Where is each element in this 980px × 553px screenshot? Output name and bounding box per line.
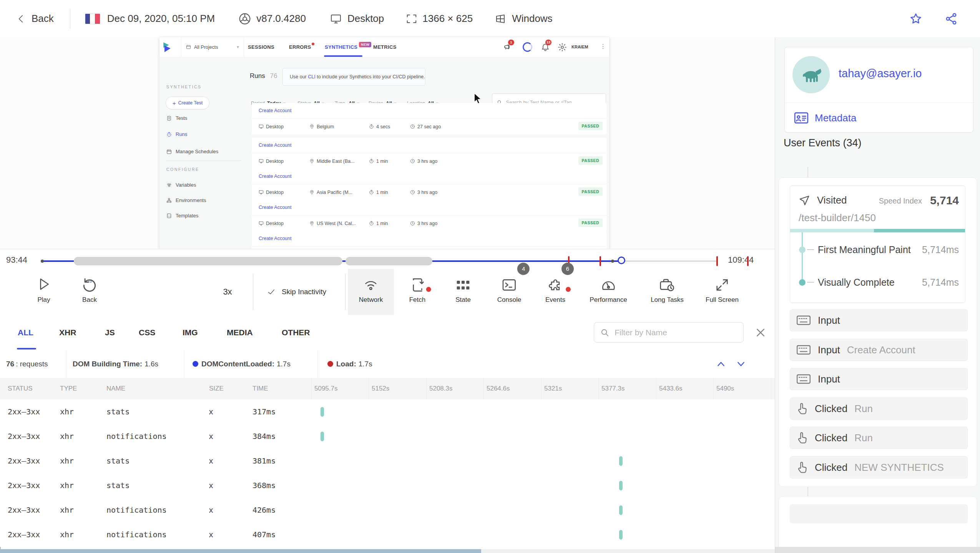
request-row[interactable]: 2xx–3xxxhr statsx 381ms xyxy=(0,449,775,473)
user-email-link[interactable]: tahay@asayer.io xyxy=(839,67,922,80)
waterfall-lane xyxy=(311,399,771,424)
run-card[interactable]: Create Account Desktop US West (N. Cal..… xyxy=(252,200,606,231)
tab-metrics[interactable]: METRICS xyxy=(373,37,397,57)
create-test-button[interactable]: + Create Test xyxy=(166,96,209,109)
sidebar-item-environments[interactable]: Environments xyxy=(166,197,206,203)
speed-index-value: 5,714 xyxy=(930,194,959,207)
request-row[interactable]: 2xx–3xxxhr statsx 317ms xyxy=(0,399,775,424)
fullscreen-button[interactable]: Full Screen xyxy=(706,269,739,315)
sidebar-item-variables[interactable]: Variables xyxy=(166,182,196,188)
session-country-flag: Dec 09, 2020, 05:10 PM xyxy=(85,13,215,25)
announcements-button[interactable]: 1 xyxy=(503,42,513,51)
jump-next-icon[interactable] xyxy=(736,359,746,369)
tab-errors[interactable]: ERRORS xyxy=(289,37,314,57)
run-name-link[interactable]: Create Account xyxy=(252,200,606,215)
metric-connector-line xyxy=(802,232,803,283)
skip-inactivity-toggle[interactable]: Skip Inactivity xyxy=(267,269,326,315)
divider xyxy=(66,350,67,378)
event-marker xyxy=(41,260,44,263)
event-row-clicked[interactable]: ClickedRun xyxy=(790,427,968,449)
run-name-link[interactable]: Create Account xyxy=(252,231,606,247)
sidebar-item-tests[interactable]: Tests xyxy=(166,115,187,121)
metadata-button[interactable]: Metadata xyxy=(794,112,856,124)
tab-all[interactable]: ALL xyxy=(18,315,33,350)
state-grid-icon xyxy=(455,279,471,293)
project-selector-label: All Projects xyxy=(194,45,218,50)
panel-long-tasks-button[interactable]: Long Tasks xyxy=(651,269,684,315)
playhead[interactable] xyxy=(618,257,625,264)
event-row-input[interactable]: InputCreate Account xyxy=(790,339,968,361)
panel-fetch-button[interactable]: Fetch xyxy=(409,269,426,315)
app-body: SYNTHETICS + Create Test Tests Runs xyxy=(159,57,609,249)
share-icon[interactable] xyxy=(945,12,958,25)
tab-img[interactable]: IMG xyxy=(183,315,198,350)
notifications-button[interactable]: 13 xyxy=(541,42,550,51)
time-tick: 5433.6s xyxy=(659,378,683,399)
project-selector[interactable]: All Projects ▼ xyxy=(181,37,244,57)
request-row[interactable]: 2xx–3xxxhr notificationsx 426ms xyxy=(0,498,775,522)
run-name-link[interactable]: Create Account xyxy=(252,169,606,184)
notifications-badge: 13 xyxy=(545,40,551,45)
play-button[interactable]: Play xyxy=(36,269,51,315)
id-card-icon xyxy=(794,112,809,124)
device-info: Desktop xyxy=(330,13,384,25)
panel-console-button[interactable]: 4 Console xyxy=(497,269,521,315)
player-timeline[interactable]: 93:44 109:44 xyxy=(0,249,775,269)
stopwatch-icon xyxy=(369,159,374,164)
app-logo xyxy=(162,41,175,54)
sidebar-item-manage-schedules[interactable]: Manage Schedules xyxy=(166,149,218,154)
event-row-input[interactable]: Input xyxy=(790,309,968,331)
tab-sessions[interactable]: SESSIONS xyxy=(248,37,274,57)
run-card[interactable]: Create Account Desktop Canada (Central) … xyxy=(252,231,606,249)
panel-events-button[interactable]: 6 Events xyxy=(545,269,565,315)
scrollbar-thumb[interactable] xyxy=(0,549,481,553)
panel-network-button[interactable]: Network xyxy=(359,269,383,315)
os-label: Windows xyxy=(512,13,552,25)
run-name-link[interactable]: Create Account xyxy=(252,103,606,119)
cli-link[interactable]: CLI xyxy=(308,74,315,79)
panel-performance-button[interactable]: Performance xyxy=(590,269,627,315)
wifi-icon xyxy=(363,277,379,293)
event-connector xyxy=(807,167,808,177)
sidebar-item-runs[interactable]: Runs xyxy=(166,131,187,137)
panel-state-button[interactable]: State xyxy=(455,269,471,315)
kebab-menu-icon[interactable]: ⋮ xyxy=(600,43,606,50)
divider xyxy=(317,350,318,378)
status-badge: PASSED xyxy=(578,187,603,196)
request-row[interactable]: 2xx–3xxxhr notificationsx 384ms xyxy=(0,424,775,449)
event-row-input[interactable]: Input xyxy=(790,368,968,390)
run-card[interactable]: Create Account Desktop Asia Pacific (M..… xyxy=(252,169,606,200)
back-10-button[interactable]: 10 Back xyxy=(81,269,98,315)
close-panel-icon[interactable] xyxy=(755,327,766,338)
run-name-link[interactable]: Create Account xyxy=(252,137,606,153)
favorite-star-icon[interactable] xyxy=(909,12,922,25)
filter-input[interactable] xyxy=(614,328,737,338)
errors-dot xyxy=(312,43,314,45)
horizontal-scrollbar[interactable] xyxy=(0,549,775,553)
location-pin-icon xyxy=(309,124,314,129)
back-button[interactable]: Back xyxy=(16,13,54,25)
run-card[interactable]: Create Account Desktop Middle East (Ba..… xyxy=(252,137,606,169)
tab-js[interactable]: JS xyxy=(105,315,115,350)
visited-event-card[interactable]: Visited Speed Index 5,714 /test-builder/… xyxy=(790,185,965,303)
jump-prev-icon[interactable] xyxy=(716,359,726,369)
browser-info: v87.0.4280 xyxy=(239,13,306,25)
tab-css[interactable]: CSS xyxy=(139,315,155,350)
request-row[interactable]: 2xx–3xxxhr statsx 368ms xyxy=(0,473,775,498)
tab-other[interactable]: OTHER xyxy=(282,315,310,350)
tab-media[interactable]: MEDIA xyxy=(227,315,253,350)
speed-button[interactable]: 3x xyxy=(223,269,232,315)
load-time: Load:1.7s xyxy=(327,350,372,378)
tab-synthetics[interactable]: SYNTHETICSNEW xyxy=(325,37,371,57)
tab-xhr[interactable]: XHR xyxy=(59,315,76,350)
environments-icon xyxy=(166,198,172,203)
request-row[interactable]: 2xx–3xxxhr notificationsx 407ms xyxy=(0,522,775,547)
settings-gear-icon[interactable] xyxy=(558,43,567,52)
divider xyxy=(70,9,70,29)
run-card[interactable]: Create Account Desktop Belgium 4 secs 27… xyxy=(252,103,606,134)
sidebar-item-templates[interactable]: Templates xyxy=(166,213,198,219)
vc-dot xyxy=(799,279,806,286)
event-row-clicked[interactable]: ClickedNEW SYNTHETICS xyxy=(790,456,968,478)
user-menu[interactable]: KRAIEM xyxy=(571,37,588,57)
event-row-clicked[interactable]: ClickedRun xyxy=(790,397,968,420)
